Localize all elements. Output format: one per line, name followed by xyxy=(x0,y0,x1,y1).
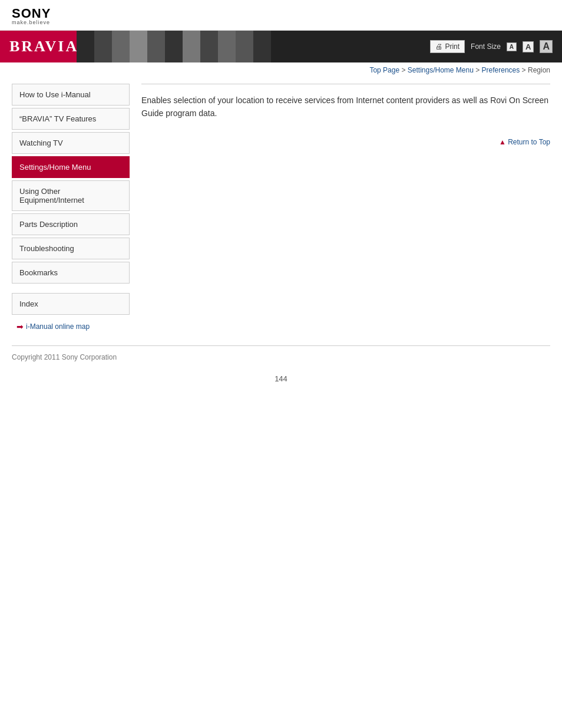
imanual-link[interactable]: ➡ i-Manual online map xyxy=(12,319,130,334)
imanual-link-label: i-Manual online map xyxy=(26,322,90,331)
triangle-up-icon: ▲ xyxy=(499,138,506,146)
bravia-banner: BRAVIA 🖨 Print Font Size A A A xyxy=(0,31,562,62)
content-divider xyxy=(141,84,550,84)
breadcrumb-sep3: > xyxy=(520,66,528,74)
main-layout: How to Use i-Manual “BRAVIA” TV Features… xyxy=(0,78,562,345)
sidebar-item-settings[interactable]: Settings/Home Menu xyxy=(12,156,130,178)
top-bar: SONY make.believe xyxy=(0,0,562,31)
font-small-button[interactable]: A xyxy=(507,42,517,51)
sony-tagline: make.believe xyxy=(12,20,550,25)
sony-wordmark: SONY xyxy=(12,7,550,20)
copyright: Copyright 2011 Sony Corporation xyxy=(12,353,117,361)
sidebar-item-troubleshooting[interactable]: Troubleshooting xyxy=(12,238,130,259)
print-icon: 🖨 xyxy=(435,42,442,51)
breadcrumb: Top Page > Settings/Home Menu > Preferen… xyxy=(0,62,562,78)
page-number: 144 xyxy=(0,368,562,389)
content-area: Enables selection of your location to re… xyxy=(141,78,550,334)
sidebar-item-index[interactable]: Index xyxy=(12,293,130,315)
sony-logo: SONY make.believe xyxy=(12,7,550,25)
breadcrumb-settings-menu[interactable]: Settings/Home Menu xyxy=(408,66,474,74)
breadcrumb-sep1: > xyxy=(399,66,408,74)
font-size-label: Font Size xyxy=(471,42,501,51)
sidebar-item-bookmarks[interactable]: Bookmarks xyxy=(12,262,130,284)
font-large-button[interactable]: A xyxy=(540,40,553,53)
footer: Copyright 2011 Sony Corporation xyxy=(0,346,562,368)
print-label: Print xyxy=(445,42,459,51)
breadcrumb-sep2: > xyxy=(474,66,482,74)
arrow-icon: ➡ xyxy=(16,322,24,331)
sidebar-item-bravia-features[interactable]: “BRAVIA” TV Features xyxy=(12,108,130,130)
sidebar-item-equipment[interactable]: Using Other Equipment/Internet xyxy=(12,180,130,211)
sidebar: How to Use i-Manual “BRAVIA” TV Features… xyxy=(12,78,130,334)
font-medium-button[interactable]: A xyxy=(523,41,534,52)
banner-controls: 🖨 Print Font Size A A A xyxy=(430,40,553,53)
return-to-top-label: Return to Top xyxy=(508,138,550,146)
print-button[interactable]: 🖨 Print xyxy=(430,40,465,53)
breadcrumb-preferences[interactable]: Preferences xyxy=(482,66,520,74)
sidebar-item-how-to-use[interactable]: How to Use i-Manual xyxy=(12,84,130,106)
return-to-top-link[interactable]: ▲ Return to Top xyxy=(499,138,550,146)
sidebar-item-parts[interactable]: Parts Description xyxy=(12,213,130,235)
bravia-title: BRAVIA xyxy=(9,38,78,55)
sidebar-item-watching-tv[interactable]: Watching TV xyxy=(12,132,130,154)
content-description: Enables selection of your location to re… xyxy=(141,94,550,120)
breadcrumb-current: Region xyxy=(528,66,550,74)
return-to-top: ▲ Return to Top xyxy=(141,132,550,152)
breadcrumb-top-page[interactable]: Top Page xyxy=(369,66,399,74)
